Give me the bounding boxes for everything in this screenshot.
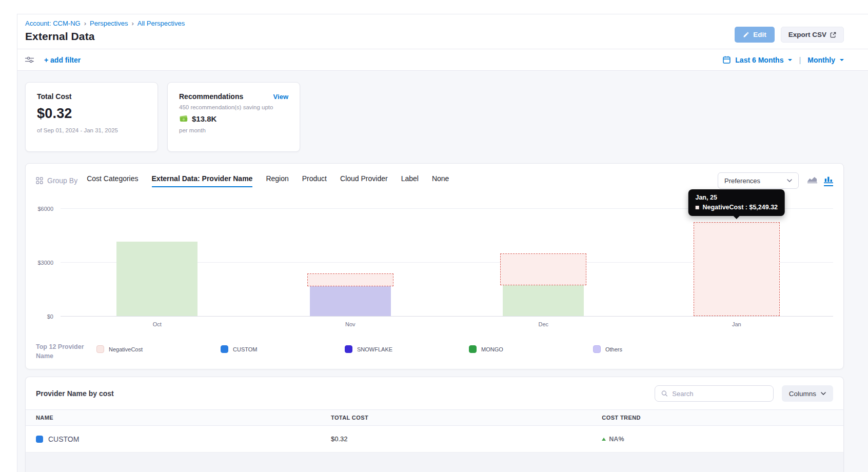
preferences-dropdown[interactable]: Preferences: [718, 172, 799, 189]
legend-title: Top 12 Provider Name: [36, 343, 96, 361]
group-by-row: Group By Cost CategoriesExternal Data: P…: [36, 172, 833, 189]
y-axis-label: $3000: [37, 260, 53, 266]
bar-segment-mongo[interactable]: [503, 285, 584, 316]
page-title: External Data: [25, 30, 185, 43]
chart-legend-items: NegativeCostCUSTOMSNOWFLAKEMONGOOthers: [96, 343, 833, 353]
area-chart-icon[interactable]: [807, 175, 817, 186]
total-cost-period: of Sep 01, 2024 - Jan 31, 2025: [37, 127, 146, 133]
date-controls: Last 6 Months | Monthly: [723, 55, 844, 64]
table-header-row: NAMETOTAL COSTCOST TREND: [26, 409, 843, 426]
tab-none[interactable]: None: [432, 174, 449, 187]
total-cost-value: $0.32: [37, 106, 146, 122]
legend-item-custom[interactable]: CUSTOM: [221, 345, 345, 353]
legend-item-snowflake[interactable]: SNOWFLAKE: [345, 345, 469, 353]
legend-label: MONGO: [481, 346, 503, 352]
legend-item-others[interactable]: Others: [593, 345, 717, 353]
x-axis-label-oct: Oct: [61, 321, 254, 327]
legend-swatch: [221, 345, 228, 353]
breadcrumb-link-perspectives[interactable]: Perspectives: [90, 19, 128, 27]
main-pane: Account: CCM-NG›Perspectives›All Perspec…: [17, 14, 868, 472]
table-body: CUSTOM$0.32NA%: [26, 426, 843, 453]
chart-legend: Top 12 Provider Name NegativeCostCUSTOMS…: [36, 343, 833, 361]
breadcrumb-link-account-ccm-ng[interactable]: Account: CCM-NG: [25, 19, 81, 27]
total-cost-title: Total Cost: [37, 92, 146, 101]
export-csv-label: Export CSV: [788, 31, 826, 38]
tooltip-title: Jan, 25: [695, 194, 778, 201]
bar-slot-oct: [61, 209, 254, 316]
y-axis-label: $0: [47, 313, 53, 320]
breadcrumb-separator: ›: [131, 19, 133, 27]
cost-trend-cell: NA%: [602, 436, 833, 443]
bar-segment-negativecost[interactable]: [500, 253, 586, 286]
page-header-actions: Edit Export CSV: [735, 27, 844, 43]
calendar-icon: [723, 56, 731, 64]
tab-external-data-provider-name[interactable]: External Data: Provider Name: [152, 174, 253, 187]
bar-stack[interactable]: [696, 209, 777, 316]
filter-sliders-icon[interactable]: [25, 56, 34, 64]
tab-cloud-provider[interactable]: Cloud Provider: [340, 174, 388, 187]
export-csv-button[interactable]: Export CSV: [781, 27, 844, 43]
external-link-icon: [830, 32, 836, 38]
edit-button[interactable]: Edit: [735, 27, 775, 43]
chevron-down-icon: [787, 179, 792, 182]
search-box: [655, 385, 774, 402]
search-icon: [661, 390, 668, 397]
bar-segment-negativecost[interactable]: [307, 273, 393, 286]
bar-stack[interactable]: [310, 209, 391, 316]
total-cost-cell: $0.32: [331, 435, 602, 443]
pencil-icon: [743, 31, 749, 38]
bar-chart-icon[interactable]: [824, 175, 833, 186]
breadcrumb: Account: CCM-NG›Perspectives›All Perspec…: [25, 19, 185, 27]
table-panel: Provider Name by cost Columns NAMETOTAL …: [25, 377, 844, 472]
tab-label[interactable]: Label: [401, 174, 419, 187]
breadcrumb-separator: ›: [84, 19, 86, 27]
group-by-label-wrap: Group By: [36, 176, 77, 185]
total-cost-card: Total Cost $0.32 of Sep 01, 2024 - Jan 3…: [25, 82, 158, 152]
bar-stack[interactable]: [116, 209, 198, 316]
stacked-bar-chart: $0$3000$6000 Jan, 25NegativeCost : $5,24…: [36, 209, 833, 317]
table-row-custom[interactable]: CUSTOM$0.32NA%: [26, 426, 843, 453]
tab-product[interactable]: Product: [302, 174, 327, 187]
tab-region[interactable]: Region: [266, 174, 288, 187]
chart-x-axis: OctNovDecJan: [61, 317, 833, 327]
table-title: Provider Name by cost: [36, 389, 114, 398]
content-area: Total Cost $0.32 of Sep 01, 2024 - Jan 3…: [17, 71, 868, 472]
filter-bar: + add filter Last 6 Months | Monthly: [17, 49, 868, 71]
recommendations-title: Recommendations: [179, 92, 243, 101]
granularity-selector[interactable]: Monthly: [807, 56, 844, 64]
bar-segment-negativecost[interactable]: [694, 222, 780, 316]
column-header-name: NAME: [36, 415, 331, 421]
bar-segment-others[interactable]: [310, 286, 391, 316]
bar-slot-nov: [254, 209, 447, 316]
bar-stack[interactable]: [503, 209, 584, 316]
breadcrumb-link-all-perspectives[interactable]: All Perspectives: [137, 19, 185, 27]
legend-swatch: [345, 345, 352, 353]
recommendations-savings: $13.8K: [192, 114, 216, 123]
legend-swatch: [593, 345, 601, 353]
money-icon: [179, 115, 188, 123]
caret-down-icon: [840, 59, 844, 61]
date-range-selector[interactable]: Last 6 Months: [735, 56, 792, 64]
add-filter-button[interactable]: + add filter: [44, 56, 81, 64]
search-input[interactable]: [672, 390, 766, 398]
trend-up-icon: [602, 438, 606, 441]
separator: |: [799, 55, 801, 64]
provider-name: CUSTOM: [48, 435, 79, 443]
legend-item-mongo[interactable]: MONGO: [469, 345, 593, 353]
column-header-cost-trend: COST TREND: [602, 415, 833, 421]
column-header-total-cost: TOTAL COST: [331, 415, 602, 421]
columns-button[interactable]: Columns: [782, 385, 833, 402]
legend-swatch: [469, 345, 477, 353]
view-recommendations-link[interactable]: View: [273, 93, 288, 101]
trend-value: NA%: [609, 436, 624, 443]
table-footer: [26, 453, 843, 472]
table-toolbar: Provider Name by cost Columns: [26, 385, 843, 402]
tab-cost-categories[interactable]: Cost Categories: [87, 174, 138, 187]
summary-cards: Total Cost $0.32 of Sep 01, 2024 - Jan 3…: [25, 82, 844, 152]
legend-item-negativecost[interactable]: NegativeCost: [96, 345, 221, 353]
x-axis-label-jan: Jan: [640, 321, 834, 327]
chevron-down-icon: [821, 392, 826, 395]
chart-tooltip: Jan, 25NegativeCost : $5,249.32: [688, 189, 785, 216]
chart-y-axis: $0$3000$6000: [36, 209, 61, 317]
bar-segment-mongo[interactable]: [116, 242, 198, 316]
